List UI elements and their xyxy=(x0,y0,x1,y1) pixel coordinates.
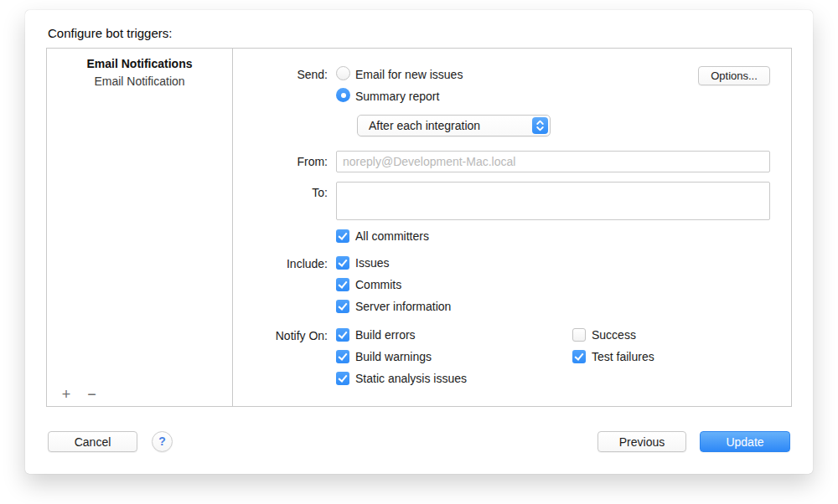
radio-summary-report[interactable] xyxy=(336,88,350,102)
radio-email-for-new-issues[interactable] xyxy=(336,66,350,80)
from-label: From: xyxy=(233,155,328,168)
checkbox-label-server-information[interactable]: Server information xyxy=(355,300,451,313)
frequency-dropdown[interactable]: After each integration xyxy=(357,115,551,136)
sidebar-item-email-notification[interactable]: Email Notification xyxy=(47,72,232,90)
notify-on-label: Notify On: xyxy=(233,329,328,342)
sidebar-actions: + − xyxy=(55,384,102,404)
checkbox-label-static-analysis-issues[interactable]: Static analysis issues xyxy=(355,372,467,385)
trigger-detail-form: Options... Send: Email for new issues Su… xyxy=(233,49,791,406)
to-input[interactable] xyxy=(336,182,770,220)
checkbox-all-committers[interactable] xyxy=(336,229,349,243)
frequency-dropdown-value: After each integration xyxy=(369,119,480,132)
help-button[interactable]: ? xyxy=(152,431,173,452)
include-label: Include: xyxy=(233,257,328,270)
options-button[interactable]: Options... xyxy=(698,66,770,85)
checkbox-label-issues[interactable]: Issues xyxy=(355,256,389,270)
triggers-panel: Email Notifications Email Notification +… xyxy=(46,48,792,407)
checkbox-static-analysis-issues[interactable] xyxy=(336,372,349,385)
checkbox-success[interactable] xyxy=(572,328,586,342)
sidebar-group-email-notifications: Email Notifications xyxy=(47,55,232,72)
remove-trigger-button[interactable]: − xyxy=(80,384,102,404)
radio-label-summary-report[interactable]: Summary report xyxy=(355,90,439,103)
checkbox-label-commits[interactable]: Commits xyxy=(355,278,401,291)
update-button[interactable]: Update xyxy=(700,431,790,452)
checkbox-server-information[interactable] xyxy=(336,300,349,313)
checkbox-commits[interactable] xyxy=(336,278,349,291)
configure-bot-triggers-dialog: Configure bot triggers: Email Notificati… xyxy=(25,10,813,474)
checkbox-label-build-warnings[interactable]: Build warnings xyxy=(355,350,432,363)
previous-button[interactable]: Previous xyxy=(597,431,686,452)
send-label: Send: xyxy=(233,68,328,81)
checkbox-label-build-errors[interactable]: Build errors xyxy=(355,328,416,342)
triggers-sidebar: Email Notifications Email Notification +… xyxy=(47,49,233,406)
cancel-button[interactable]: Cancel xyxy=(48,431,137,452)
checkbox-test-failures[interactable] xyxy=(572,350,586,363)
dropdown-arrows-icon xyxy=(532,117,548,134)
dialog-title: Configure bot triggers: xyxy=(48,26,172,40)
checkbox-label-success[interactable]: Success xyxy=(592,328,636,342)
checkbox-label-all-committers[interactable]: All committers xyxy=(355,229,429,243)
add-trigger-button[interactable]: + xyxy=(55,384,77,404)
checkbox-issues[interactable] xyxy=(336,256,349,270)
checkbox-label-test-failures[interactable]: Test failures xyxy=(592,350,654,363)
from-input[interactable] xyxy=(336,151,770,172)
checkbox-build-warnings[interactable] xyxy=(336,350,349,363)
checkbox-build-errors[interactable] xyxy=(336,328,349,342)
radio-label-email-for-new-issues[interactable]: Email for new issues xyxy=(355,68,463,81)
to-label: To: xyxy=(233,186,328,199)
